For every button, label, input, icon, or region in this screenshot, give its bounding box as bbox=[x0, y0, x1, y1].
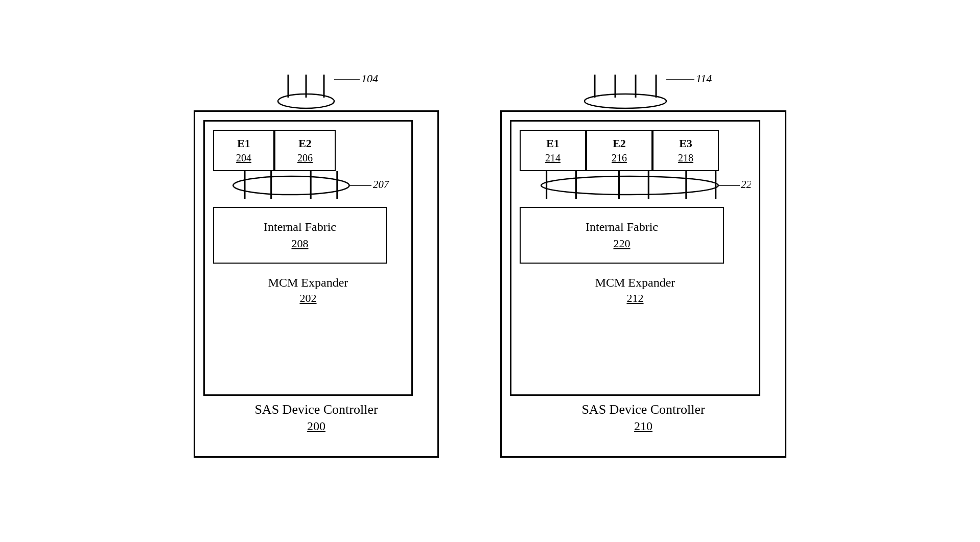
right-bus-area: 222 bbox=[520, 171, 751, 207]
svg-text:222: 222 bbox=[741, 179, 751, 190]
left-device-title: SAS Device Controller bbox=[203, 402, 429, 417]
left-bus-area: 207 bbox=[213, 171, 403, 207]
left-device-box: E1 204 E2 206 bbox=[194, 110, 439, 458]
right-device-wrapper: 114 E1 214 E2 216 E3 bbox=[500, 75, 786, 458]
left-antenna-svg: 104 bbox=[250, 75, 383, 110]
right-e1-label: E1 bbox=[526, 137, 580, 150]
svg-point-17 bbox=[585, 94, 666, 108]
left-e-boxes-row: E1 204 E2 206 bbox=[213, 130, 403, 171]
right-e3-box: E3 218 bbox=[652, 130, 719, 171]
right-e-boxes-row: E1 214 E2 216 E3 218 bbox=[520, 130, 751, 171]
left-e2-label: E2 bbox=[281, 137, 330, 150]
left-e2-number: 206 bbox=[281, 152, 330, 164]
left-fabric-label: Internal Fabric bbox=[222, 220, 378, 234]
left-fabric-box: Internal Fabric 208 bbox=[213, 207, 387, 264]
left-device-label-area: SAS Device Controller 200 bbox=[203, 402, 429, 433]
right-e2-number: 216 bbox=[592, 152, 646, 164]
left-fabric-number: 208 bbox=[222, 237, 378, 250]
right-e3-number: 218 bbox=[659, 152, 713, 164]
right-antenna-svg: 114 bbox=[564, 75, 722, 110]
left-mcm-title: MCM Expander bbox=[213, 276, 403, 290]
diagram-container: 104 E1 204 E2 206 bbox=[173, 64, 807, 468]
left-bus-svg: 207 bbox=[213, 171, 403, 207]
svg-point-26 bbox=[541, 176, 718, 195]
right-mcm-title: MCM Expander bbox=[520, 276, 751, 290]
svg-point-10 bbox=[233, 176, 349, 195]
left-antenna-area: 104 bbox=[260, 75, 372, 110]
left-device-number: 200 bbox=[203, 419, 429, 433]
right-antenna-area: 114 bbox=[587, 75, 699, 110]
left-mcm-label-area: MCM Expander 202 bbox=[213, 276, 403, 305]
left-mcm-number: 202 bbox=[213, 292, 403, 305]
right-device-label-area: SAS Device Controller 210 bbox=[510, 402, 777, 433]
svg-text:207: 207 bbox=[373, 179, 389, 190]
left-e1-number: 204 bbox=[219, 152, 268, 164]
right-e2-box: E2 216 bbox=[586, 130, 652, 171]
left-e2-box: E2 206 bbox=[274, 130, 336, 171]
right-mcm-number: 212 bbox=[520, 292, 751, 305]
right-e1-box: E1 214 bbox=[520, 130, 586, 171]
svg-text:114: 114 bbox=[696, 75, 712, 85]
right-fabric-label: Internal Fabric bbox=[529, 220, 715, 234]
right-e1-number: 214 bbox=[526, 152, 580, 164]
right-fabric-box: Internal Fabric 220 bbox=[520, 207, 724, 264]
left-e1-label: E1 bbox=[219, 137, 268, 150]
right-mcm-label-area: MCM Expander 212 bbox=[520, 276, 751, 305]
right-e2-label: E2 bbox=[592, 137, 646, 150]
right-device-title: SAS Device Controller bbox=[510, 402, 777, 417]
left-e1-box: E1 204 bbox=[213, 130, 274, 171]
svg-text:104: 104 bbox=[361, 75, 378, 85]
right-bus-svg: 222 bbox=[520, 171, 751, 207]
right-device-box: E1 214 E2 216 E3 218 bbox=[500, 110, 786, 458]
right-device-number: 210 bbox=[510, 419, 777, 433]
left-mcm-box: E1 204 E2 206 bbox=[203, 120, 413, 396]
right-fabric-number: 220 bbox=[529, 237, 715, 250]
right-mcm-box: E1 214 E2 216 E3 218 bbox=[510, 120, 760, 396]
right-e3-label: E3 bbox=[659, 137, 713, 150]
left-device-wrapper: 104 E1 204 E2 206 bbox=[194, 75, 439, 458]
